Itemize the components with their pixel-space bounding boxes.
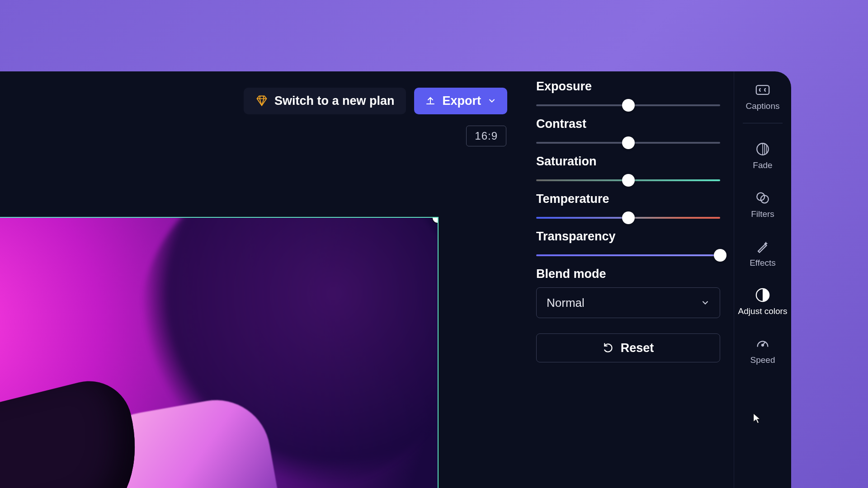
rail-label: Filters: [751, 209, 774, 219]
top-bar: Switch to a new plan Export: [0, 80, 507, 121]
transparency-slider[interactable]: [536, 250, 720, 261]
reset-label: Reset: [621, 341, 654, 355]
captions-icon: [755, 82, 770, 98]
aspect-ratio-row: 16:9: [0, 126, 507, 146]
adjust-colors-panel: Exposure Contrast Saturation Temperature: [523, 71, 734, 488]
rail-label: Speed: [750, 355, 775, 365]
blend-mode-label: Blend mode: [536, 267, 720, 281]
rail-effects[interactable]: Effects: [734, 237, 791, 270]
slider-thumb[interactable]: [622, 174, 635, 187]
reset-button[interactable]: Reset: [536, 333, 720, 362]
rail-captions[interactable]: Captions: [734, 80, 791, 113]
rail-filters[interactable]: Filters: [734, 188, 791, 221]
speed-icon: [755, 336, 770, 352]
transparency-label: Transparency: [536, 230, 720, 244]
rail-divider: [743, 123, 783, 123]
exposure-label: Exposure: [536, 80, 720, 94]
rail-adjust-colors[interactable]: Adjust colors: [734, 286, 791, 318]
app-window: Switch to a new plan Export 16:9: [0, 71, 791, 488]
transparency-control: Transparency: [536, 230, 720, 261]
temperature-control: Temperature: [536, 192, 720, 223]
contrast-slider[interactable]: [536, 137, 720, 148]
slider-thumb[interactable]: [622, 211, 635, 224]
contrast-control: Contrast: [536, 117, 720, 148]
filters-icon: [755, 190, 770, 206]
temperature-label: Temperature: [536, 192, 720, 206]
temperature-slider[interactable]: [536, 212, 720, 223]
upload-icon: [425, 95, 436, 106]
contrast-label: Contrast: [536, 117, 720, 131]
slider-thumb[interactable]: [622, 136, 635, 149]
export-label: Export: [442, 94, 481, 108]
slider-track: [536, 254, 720, 256]
exposure-slider[interactable]: [536, 100, 720, 111]
undo-icon: [603, 342, 614, 354]
chevron-down-icon: [701, 298, 710, 307]
switch-plan-button[interactable]: Switch to a new plan: [244, 88, 406, 114]
exposure-control: Exposure: [536, 80, 720, 111]
rail-label: Captions: [746, 101, 780, 111]
adjust-colors-icon: [755, 287, 770, 303]
effects-icon: [755, 239, 770, 254]
blend-mode-control: Blend mode Normal: [536, 267, 720, 318]
main-column: Switch to a new plan Export 16:9: [0, 71, 523, 488]
saturation-control: Saturation: [536, 155, 720, 186]
switch-plan-label: Switch to a new plan: [274, 94, 395, 108]
svg-rect-0: [756, 85, 769, 94]
saturation-slider[interactable]: [536, 175, 720, 186]
slider-thumb[interactable]: [714, 249, 726, 262]
rail-fade[interactable]: Fade: [734, 140, 791, 172]
svg-point-5: [762, 344, 764, 346]
side-tool-rail: Captions Fade Filters Effects: [734, 71, 791, 488]
fade-icon: [755, 141, 770, 157]
slider-thumb[interactable]: [622, 99, 635, 112]
video-preview[interactable]: [0, 217, 439, 488]
preview-content: [0, 372, 153, 488]
aspect-ratio-button[interactable]: 16:9: [466, 126, 506, 146]
preview-area: [0, 217, 434, 488]
rail-speed[interactable]: Speed: [734, 334, 791, 367]
export-button[interactable]: Export: [414, 88, 507, 114]
chevron-down-icon: [487, 96, 496, 105]
rail-label: Adjust colors: [738, 306, 788, 316]
saturation-label: Saturation: [536, 155, 720, 169]
blend-mode-select[interactable]: Normal: [536, 287, 720, 318]
selection-handle[interactable]: [433, 217, 439, 223]
rail-label: Fade: [753, 160, 772, 170]
blend-mode-value: Normal: [547, 296, 585, 310]
diamond-icon: [255, 94, 268, 107]
rail-label: Effects: [750, 258, 776, 268]
